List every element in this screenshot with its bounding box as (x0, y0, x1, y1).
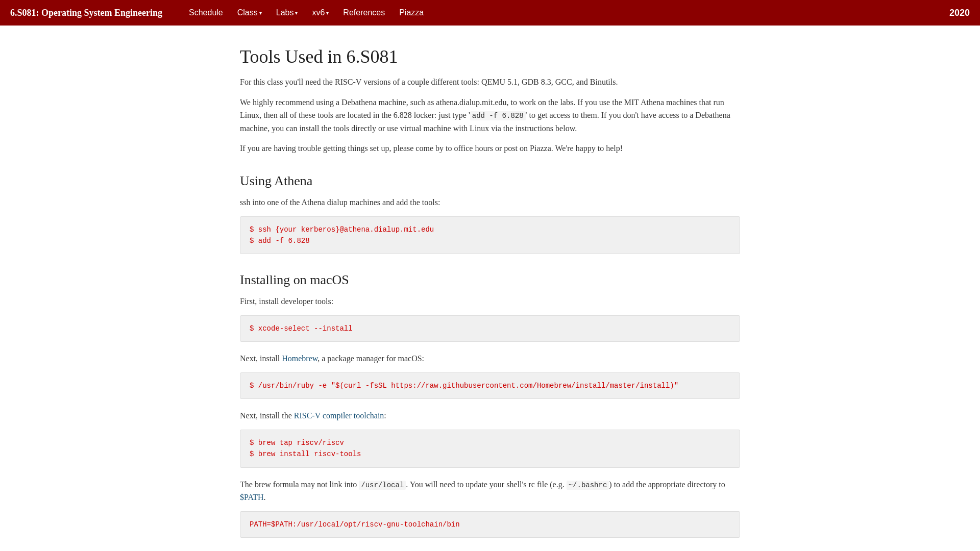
nav-links: Schedule Class ▾ Labs ▾ xv6 ▾ References… (183, 5, 949, 20)
step1-desc: First, install developer tools: (240, 295, 740, 308)
step4-code: PATH=$PATH:/usr/local/opt/riscv-gnu-tool… (240, 511, 740, 538)
code-brew-tap: $ brew tap riscv/riscv (250, 437, 730, 448)
main-content: Tools Used in 6.S081 For this class you'… (209, 26, 771, 551)
section-athena-desc: ssh into one of the Athena dialup machin… (240, 196, 740, 209)
step1-code: $ xcode-select --install (240, 315, 740, 342)
code-line-ssh: $ ssh {your kerberos}@athena.dialup.mit.… (250, 224, 730, 235)
class-dropdown-arrow: ▾ (259, 10, 262, 16)
labs-dropdown-arrow: ▾ (295, 10, 298, 16)
nav-brand: 6.S081: Operating System Engineering (10, 8, 162, 18)
page-title: Tools Used in 6.S081 (240, 46, 740, 67)
code-xcode: $ xcode-select --install (250, 323, 730, 334)
add-command-inline: add -f 6.828 (470, 111, 526, 120)
nav-schedule[interactable]: Schedule (183, 5, 229, 20)
riscv-toolchain-link[interactable]: RISC-V compiler toolchain (294, 411, 384, 420)
nav-piazza[interactable]: Piazza (393, 5, 430, 20)
step2-code: $ /usr/bin/ruby -e "$(curl -fsSL https:/… (240, 372, 740, 399)
nav-year: 2020 (949, 8, 970, 18)
code-path-export: PATH=$PATH:/usr/local/opt/riscv-gnu-tool… (250, 519, 730, 530)
step3-desc: Next, install the RISC-V compiler toolch… (240, 409, 740, 422)
step2-desc: Next, install Homebrew, a package manage… (240, 352, 740, 365)
homebrew-link[interactable]: Homebrew (282, 354, 317, 363)
code-line-add: $ add -f 6.828 (250, 235, 730, 246)
intro-para-1: For this class you'll need the RISC-V ve… (240, 76, 740, 89)
nav-labs[interactable]: Labs ▾ (270, 5, 304, 20)
code-brew-install-riscv: $ brew install riscv-tools (250, 448, 730, 460)
section-macos-title: Installing on macOS (240, 272, 740, 288)
section-athena-title: Using Athena (240, 173, 740, 189)
section-athena-code: $ ssh {your kerberos}@athena.dialup.mit.… (240, 216, 740, 255)
step3-code: $ brew tap riscv/riscv $ brew install ri… (240, 430, 740, 468)
intro-para-3: If you are having trouble getting things… (240, 142, 740, 155)
intro-para-2: We highly recommend using a Debathena ma… (240, 96, 740, 135)
code-homebrew-install: $ /usr/bin/ruby -e "$(curl -fsSL https:/… (250, 380, 730, 391)
step4-desc: The brew formula may not link into /usr/… (240, 478, 740, 504)
usr-local-code: /usr/local (359, 481, 406, 490)
path-link[interactable]: $PATH (240, 493, 264, 502)
xv6-dropdown-arrow: ▾ (326, 10, 329, 16)
nav-references[interactable]: References (337, 5, 391, 20)
step5-desc: Finally, install QEMU: (240, 548, 740, 551)
nav-xv6[interactable]: xv6 ▾ (306, 5, 335, 20)
navbar: 6.S081: Operating System Engineering Sch… (0, 0, 980, 26)
nav-class[interactable]: Class ▾ (231, 5, 268, 20)
bashrc-code: ~/.bashrc (567, 481, 609, 490)
